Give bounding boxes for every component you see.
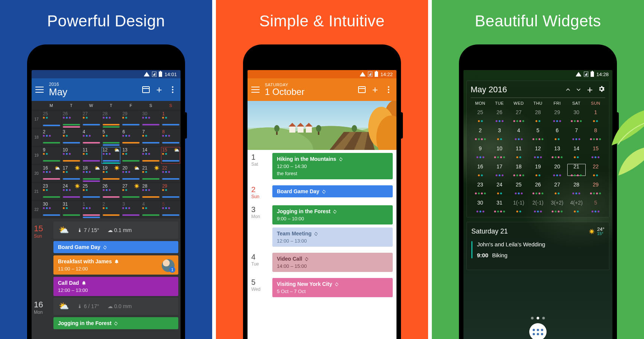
widget-cell[interactable]: 2 bbox=[471, 127, 490, 140]
calendar-cell[interactable]: 30 bbox=[141, 110, 161, 128]
calendar-cell[interactable]: 26 bbox=[61, 110, 81, 128]
widget-cell[interactable]: 17 bbox=[490, 163, 509, 176]
calendar-cell[interactable]: 8 bbox=[161, 128, 181, 146]
calendar-cell[interactable]: 5 bbox=[101, 128, 121, 146]
agenda-list[interactable]: 1SatHiking in the Mountains12:00 – 14:30… bbox=[248, 150, 396, 339]
widget-cell[interactable]: 27 bbox=[509, 109, 528, 122]
calendar-cell[interactable]: 18⛅ bbox=[81, 165, 101, 182]
calendar-cell[interactable]: 29 bbox=[121, 110, 141, 128]
widget-cell[interactable]: 5 bbox=[586, 200, 605, 212]
calendar-cell[interactable]: 31 bbox=[61, 201, 81, 218]
widget-cell[interactable]: 11 bbox=[509, 145, 528, 158]
calendar-cell[interactable]: 13 bbox=[121, 147, 141, 164]
event-card[interactable]: Board Game Day bbox=[53, 241, 178, 253]
widget-title[interactable]: May 2016 bbox=[471, 85, 561, 95]
calendar-cell[interactable]: 20⛅ bbox=[121, 165, 141, 182]
calendar-cell[interactable]: 3 bbox=[61, 128, 81, 146]
page-indicator[interactable] bbox=[531, 317, 545, 319]
event-card[interactable]: Jogging in the Forest bbox=[53, 317, 178, 329]
calendar-cell[interactable]: 2 bbox=[41, 128, 61, 146]
widget-cell[interactable]: 13 bbox=[548, 145, 567, 158]
calendar-cell[interactable]: 26 bbox=[101, 183, 121, 200]
calendar-cell[interactable]: 1 bbox=[81, 201, 101, 218]
calendar-cell[interactable]: 9 bbox=[41, 147, 61, 164]
month-grid[interactable]: MTWTFSS 17252627282930118234567819910111… bbox=[32, 101, 181, 218]
calendar-cell[interactable]: 19☀️ bbox=[101, 165, 121, 182]
app-drawer-button[interactable] bbox=[529, 323, 547, 339]
widget-cell[interactable]: 29 bbox=[586, 182, 605, 194]
calendar-widget[interactable]: May 2016 + MONTUEWEDTHUFRISATSUN 2526272… bbox=[466, 81, 609, 217]
add-icon[interactable]: + bbox=[371, 86, 379, 94]
calendar-cell[interactable]: 25 bbox=[81, 183, 101, 200]
widget-cell[interactable]: 27 bbox=[548, 182, 567, 194]
overflow-icon[interactable] bbox=[384, 86, 393, 94]
widget-month-grid[interactable]: 2526272829301234567891011121314151617181… bbox=[471, 109, 605, 212]
event-card[interactable]: Hiking in the Mountains12:00 – 14:30the … bbox=[272, 153, 393, 179]
calendar-cell[interactable]: 6 bbox=[121, 128, 141, 146]
widget-cell[interactable]: 3(+2) bbox=[548, 200, 567, 212]
calendar-cell[interactable]: 29 bbox=[161, 183, 181, 200]
widget-cell[interactable]: 4 bbox=[509, 127, 528, 140]
event-card[interactable]: Board Game Day bbox=[272, 185, 393, 197]
widget-cell[interactable]: 5 bbox=[528, 127, 547, 140]
event-card[interactable]: Jogging in the Forest9:00 – 10:00 bbox=[272, 205, 393, 224]
widget-cell[interactable]: 7 bbox=[567, 127, 586, 140]
widget-cell[interactable]: 16 bbox=[471, 163, 490, 176]
event-card[interactable]: Breakfast with James11:00 – 12:00 bbox=[53, 255, 178, 275]
calendar-cell[interactable]: 25 bbox=[41, 110, 61, 128]
widget-cell[interactable]: 6 bbox=[548, 127, 567, 140]
chevron-down-icon[interactable] bbox=[575, 86, 582, 93]
calendar-cell[interactable]: 15⛅ bbox=[161, 147, 181, 164]
calendar-cell[interactable]: 2 bbox=[101, 201, 121, 218]
event-card[interactable]: Call Dad12:00 – 13:00 bbox=[53, 277, 178, 296]
calendar-cell[interactable]: 27 bbox=[81, 110, 101, 128]
calendar-cell[interactable]: 21☀️ bbox=[141, 165, 161, 182]
calendar-cell[interactable]: 4 bbox=[141, 201, 161, 218]
calendar-cell[interactable]: 30 bbox=[41, 201, 61, 218]
calendar-cell[interactable]: 28 bbox=[101, 110, 121, 128]
widget-cell[interactable]: 31 bbox=[490, 200, 509, 212]
weather-card[interactable]: ⛅ 🌡 6 / 17° ☁ 0.0 mm bbox=[53, 298, 178, 315]
widget-cell[interactable]: 25 bbox=[471, 109, 490, 122]
calendar-cell[interactable]: 17☀️ bbox=[61, 165, 81, 182]
calendar-icon[interactable] bbox=[142, 86, 150, 93]
widget-cell[interactable]: 23 bbox=[471, 182, 490, 194]
calendar-cell[interactable]: 14 bbox=[141, 147, 161, 164]
widget-cell[interactable]: 3 bbox=[490, 127, 509, 140]
widget-event[interactable]: John's and Leila's Wedding 9:00 Biking bbox=[471, 241, 605, 258]
calendar-cell[interactable]: 28 bbox=[141, 183, 161, 200]
widget-cell[interactable]: 26 bbox=[528, 182, 547, 194]
widget-cell[interactable]: 18 bbox=[509, 163, 528, 176]
widget-cell[interactable]: 10 bbox=[490, 145, 509, 158]
widget-cell[interactable]: 4(+2) bbox=[567, 200, 586, 212]
widget-cell[interactable]: 24 bbox=[490, 182, 509, 194]
calendar-icon[interactable] bbox=[358, 86, 366, 93]
appbar-title[interactable]: SATURDAY 1 October bbox=[265, 83, 353, 97]
calendar-cell[interactable]: 1 bbox=[161, 110, 181, 128]
widget-cell[interactable]: 1(-1) bbox=[509, 200, 528, 212]
add-icon[interactable]: + bbox=[155, 86, 163, 94]
chevron-up-icon[interactable] bbox=[565, 86, 571, 93]
event-card[interactable]: Video Call14:00 – 15:00 bbox=[272, 253, 393, 272]
agenda-widget[interactable]: Saturday 21 ☀️ 24° 15° John's and Le bbox=[466, 222, 609, 270]
add-icon[interactable]: + bbox=[586, 86, 594, 94]
calendar-cell[interactable]: 27☀️ bbox=[121, 183, 141, 200]
widget-cell[interactable]: 20 bbox=[548, 163, 567, 176]
calendar-cell[interactable]: 24☀️ bbox=[61, 183, 81, 200]
widget-cell[interactable]: 28 bbox=[567, 182, 586, 194]
widget-cell[interactable]: 22 bbox=[586, 163, 605, 176]
overflow-icon[interactable] bbox=[169, 86, 177, 94]
widget-cell[interactable]: 9 bbox=[471, 145, 490, 158]
calendar-cell[interactable]: 22 bbox=[161, 165, 181, 182]
widget-cell[interactable]: 12 bbox=[528, 145, 547, 158]
calendar-cell[interactable]: 5 bbox=[161, 201, 181, 218]
widget-cell[interactable]: 30 bbox=[471, 200, 490, 212]
widget-cell[interactable]: 19 bbox=[528, 163, 547, 176]
hamburger-icon[interactable] bbox=[35, 87, 44, 93]
widget-cell[interactable]: 29 bbox=[548, 109, 567, 122]
calendar-cell[interactable]: 3 bbox=[121, 201, 141, 218]
hamburger-icon[interactable] bbox=[251, 87, 260, 93]
widget-cell[interactable]: 21 bbox=[567, 163, 586, 176]
widget-cell[interactable]: 2(-1) bbox=[528, 200, 547, 212]
calendar-cell[interactable]: 11 bbox=[81, 147, 101, 164]
